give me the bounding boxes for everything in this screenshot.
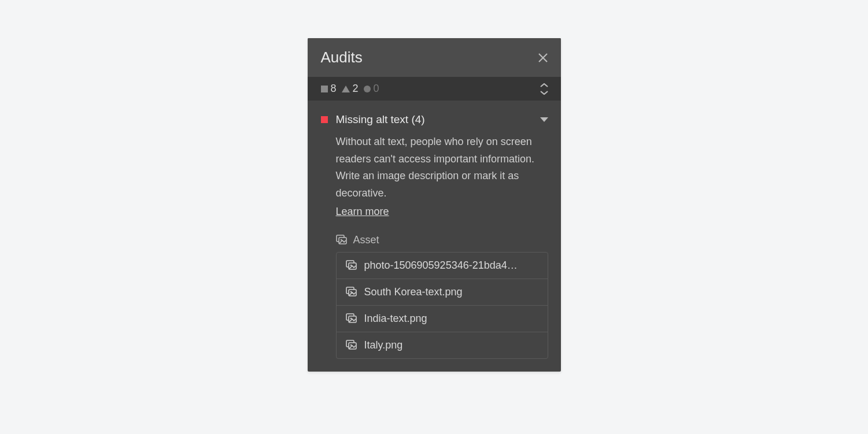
warning-count: 2: [353, 83, 359, 95]
warning-count-stat[interactable]: 2: [342, 83, 359, 95]
asset-name: India-text.png: [364, 313, 427, 325]
close-icon[interactable]: [538, 53, 548, 63]
summary-bar: 8 2 0: [308, 77, 561, 101]
severity-error-icon: [321, 116, 328, 123]
panel-title: Audits: [321, 49, 363, 66]
issue-count: (4): [411, 113, 424, 125]
svg-point-5: [340, 239, 341, 240]
square-icon: [321, 86, 328, 92]
asset-row[interactable]: South Korea-text.png: [337, 279, 548, 306]
svg-point-17: [350, 344, 351, 346]
image-stack-icon: [346, 287, 357, 297]
image-stack-icon: [346, 340, 357, 350]
learn-more-link[interactable]: Learn more: [336, 206, 389, 218]
issue-title-text: Missing alt text: [336, 113, 409, 125]
asset-name: South Korea-text.png: [364, 286, 463, 298]
summary-counts: 8 2 0: [321, 83, 379, 95]
issue-title: Missing alt text (4): [336, 113, 532, 126]
asset-name: Italy.png: [364, 339, 403, 351]
svg-marker-2: [540, 117, 548, 122]
issue-header[interactable]: Missing alt text (4): [321, 113, 548, 126]
issue-description: Without alt text, people who rely on scr…: [336, 133, 548, 202]
audits-panel: Audits 8 2 0: [308, 38, 561, 372]
asset-name: photo-1506905925346-21bda4…: [364, 259, 518, 272]
error-count: 8: [331, 83, 337, 95]
other-count-stat[interactable]: 0: [364, 83, 379, 95]
asset-label: Asset: [353, 234, 379, 246]
svg-point-8: [350, 265, 351, 266]
chevron-down-icon[interactable]: [540, 114, 548, 125]
asset-row[interactable]: India-text.png: [337, 306, 548, 332]
asset-list: photo-1506905925346-21bda4… South Korea-…: [336, 252, 548, 359]
image-stack-icon: [346, 260, 357, 270]
svg-point-14: [350, 318, 351, 319]
asset-header: Asset: [336, 234, 548, 246]
image-stack-icon: [336, 235, 348, 245]
circle-icon: [364, 86, 371, 92]
panel-header: Audits: [308, 38, 561, 77]
svg-point-11: [350, 291, 351, 292]
asset-row[interactable]: photo-1506905925346-21bda4…: [337, 253, 548, 279]
collapse-all-icon[interactable]: [539, 83, 549, 95]
issue-section: Missing alt text (4) Without alt text, p…: [308, 101, 561, 372]
triangle-icon: [342, 86, 350, 92]
image-stack-icon: [346, 313, 357, 324]
other-count: 0: [374, 83, 379, 95]
issue-body: Without alt text, people who rely on scr…: [321, 133, 548, 359]
error-count-stat[interactable]: 8: [321, 83, 337, 95]
asset-row[interactable]: Italy.png: [337, 332, 548, 358]
